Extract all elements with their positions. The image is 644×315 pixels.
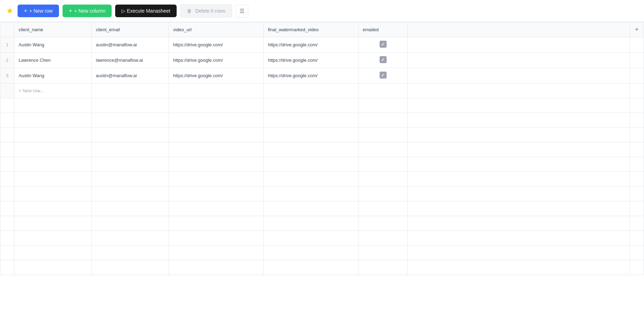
checkbox-checked-icon[interactable] [380, 56, 387, 63]
empty-filler-cell [169, 246, 264, 260]
row-number-cell: 3 [0, 68, 14, 83]
cell-client-email[interactable]: austin@manaflow.ai [92, 37, 169, 53]
empty-filler-row [0, 231, 644, 246]
new-row-placeholder-row[interactable]: + New row... [0, 83, 644, 98]
checkbox-checked-icon[interactable] [380, 41, 387, 48]
execute-button[interactable]: ▷ Execute Manasheet [115, 5, 177, 17]
cell-add-col [630, 37, 644, 53]
empty-filler-cell [630, 128, 644, 142]
empty-filler-cell [92, 216, 169, 231]
cell-emailed[interactable] [359, 53, 408, 68]
empty-filler-cell [408, 201, 630, 216]
empty-filler-cell [264, 216, 359, 231]
cell-client-name[interactable]: Lawrence Chen [14, 53, 92, 68]
empty-filler-cell [264, 172, 359, 187]
empty-filler-cell [0, 187, 14, 201]
cell-empty [408, 53, 630, 68]
empty-filler-cell [264, 128, 359, 142]
empty-filler-cell [169, 98, 264, 113]
new-row-button[interactable]: + + New row [18, 5, 59, 17]
empty-filler-cell [630, 260, 644, 275]
cell-watermarked-video[interactable]: https://drive.google.com/ [264, 37, 359, 53]
col-header-client-name[interactable]: client_name [14, 22, 92, 37]
empty-filler-cell [169, 187, 264, 201]
empty-filler-cell [169, 128, 264, 142]
empty-filler-cell [359, 157, 408, 172]
new-row-cell[interactable]: + New row... [14, 83, 92, 98]
cell-empty [408, 37, 630, 53]
empty-filler-cell [359, 201, 408, 216]
col-header-video-url[interactable]: video_url [169, 22, 264, 37]
empty-filler-cell [630, 98, 644, 113]
empty-filler-cell [92, 157, 169, 172]
empty-filler-cell [264, 98, 359, 113]
empty-filler-cell [14, 187, 92, 201]
cell-video-url[interactable]: https://drive.google.com/ [169, 68, 264, 83]
cell-client-email[interactable]: austin@manaflow.ai [92, 68, 169, 83]
empty-filler-cell [14, 128, 92, 142]
cell-video-url[interactable]: https://drive.google.com/ [169, 37, 264, 53]
empty-filler-row [0, 172, 644, 187]
empty-filler-cell [408, 113, 630, 128]
col-header-emailed[interactable]: emailed [359, 22, 408, 37]
new-row-empty-cell [359, 83, 408, 98]
empty-filler-cell [359, 260, 408, 275]
empty-filler-cell [92, 172, 169, 187]
delete-rows-button[interactable]: 🗑 Delete 0 rows [180, 4, 232, 18]
cell-watermarked-video[interactable]: https://drive.google.com/ [264, 68, 359, 83]
new-row-empty-cell [169, 83, 264, 98]
empty-filler-cell [169, 113, 264, 128]
empty-filler-cell [169, 172, 264, 187]
empty-filler-cell [630, 216, 644, 231]
new-row-number [0, 83, 14, 98]
grid-view-button[interactable]: ☰ [236, 5, 248, 18]
empty-filler-cell [14, 157, 92, 172]
empty-filler-cell [92, 187, 169, 201]
empty-filler-cell [169, 201, 264, 216]
empty-filler-cell [0, 231, 14, 246]
new-column-button[interactable]: + + New column [63, 5, 112, 17]
empty-filler-cell [408, 98, 630, 113]
empty-filler-cell [264, 157, 359, 172]
cell-emailed[interactable] [359, 37, 408, 53]
empty-filler-cell [0, 246, 14, 260]
cell-watermarked-video[interactable]: https://drive.google.com/ [264, 53, 359, 68]
col-header-client-email[interactable]: client_email [92, 22, 169, 37]
empty-filler-cell [408, 128, 630, 142]
empty-filler-cell [14, 231, 92, 246]
new-row-empty-cell [92, 83, 169, 98]
empty-filler-cell [408, 216, 630, 231]
add-column-header-button[interactable]: + [630, 22, 644, 37]
empty-filler-cell [264, 246, 359, 260]
empty-filler-row [0, 98, 644, 113]
cell-client-name[interactable]: Austin Wang [14, 37, 92, 53]
empty-filler-cell [359, 187, 408, 201]
row-number-cell: 2 [0, 53, 14, 68]
empty-filler-cell [264, 201, 359, 216]
cell-client-name[interactable]: Austin Wang [14, 68, 92, 83]
table-row: 3Austin Wangaustin@manaflow.aihttps://dr… [0, 68, 644, 83]
star-button[interactable]: ★ [6, 6, 14, 16]
empty-filler-cell [0, 216, 14, 231]
empty-filler-cell [359, 246, 408, 260]
empty-filler-cell [630, 246, 644, 260]
col-header-watermarked[interactable]: final_watermarked_video [264, 22, 359, 37]
new-row-label: + New row [29, 8, 53, 14]
col-header-empty [408, 22, 630, 37]
empty-filler-cell [630, 187, 644, 201]
empty-filler-row [0, 157, 644, 172]
row-number-cell: 1 [0, 37, 14, 53]
new-row-empty-cell [408, 83, 630, 98]
cell-emailed[interactable] [359, 68, 408, 83]
cell-client-email[interactable]: lawrence@manaflow.ai [92, 53, 169, 68]
empty-filler-cell [408, 260, 630, 275]
empty-filler-cell [359, 142, 408, 157]
empty-filler-row [0, 216, 644, 231]
empty-filler-cell [359, 128, 408, 142]
empty-filler-cell [14, 201, 92, 216]
cell-empty [408, 68, 630, 83]
checkbox-checked-icon[interactable] [380, 72, 387, 79]
cell-video-url[interactable]: https://drive.google.com/ [169, 53, 264, 68]
empty-filler-cell [0, 128, 14, 142]
new-row-empty-cell [264, 83, 359, 98]
